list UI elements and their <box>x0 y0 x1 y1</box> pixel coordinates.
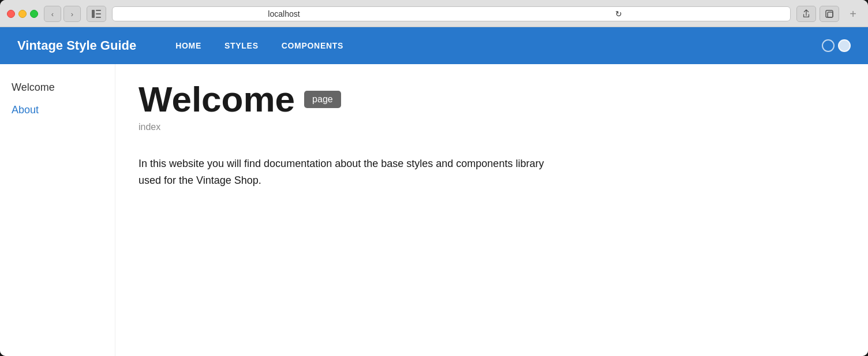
back-button[interactable]: ‹ <box>44 6 61 22</box>
svg-rect-0 <box>92 10 95 18</box>
close-button[interactable] <box>7 10 15 18</box>
toggle-circle-right[interactable] <box>838 39 851 52</box>
page-description: In this website you will find documentat… <box>139 155 554 189</box>
website: Vintage Style Guide HOME STYLES COMPONEN… <box>0 27 868 356</box>
browser-actions <box>796 6 839 22</box>
sidebar-toggle-button[interactable] <box>87 6 106 22</box>
theme-toggle-group[interactable] <box>822 39 851 52</box>
minimize-button[interactable] <box>18 10 27 18</box>
nav-link-styles[interactable]: STYLES <box>220 39 263 53</box>
share-button[interactable] <box>796 6 816 22</box>
svg-rect-5 <box>828 12 833 17</box>
main-content: Welcome page index In this website you w… <box>115 64 868 356</box>
sidebar-item-about-label: About <box>12 104 39 116</box>
new-tab-icon: + <box>850 8 856 21</box>
site-navigation: Vintage Style Guide HOME STYLES COMPONEN… <box>0 27 868 64</box>
browser-window: ‹ › localhost ↻ <box>0 0 868 356</box>
page-heading: Welcome <box>139 81 295 117</box>
browser-chrome: ‹ › localhost ↻ <box>0 0 868 27</box>
share-icon <box>802 9 810 18</box>
sidebar-item-welcome-label: Welcome <box>12 81 55 93</box>
url-text: localhost <box>118 9 450 18</box>
sidebar: Welcome About <box>0 64 115 356</box>
new-tab-button[interactable]: + <box>845 6 861 22</box>
svg-rect-2 <box>96 13 101 14</box>
address-bar[interactable]: localhost ↻ <box>112 6 791 21</box>
svg-rect-3 <box>96 17 101 18</box>
nav-link-components[interactable]: COMPONENTS <box>277 39 348 53</box>
site-brand[interactable]: Vintage Style Guide <box>17 38 136 53</box>
sidebar-toggle-icon <box>92 10 101 18</box>
forward-icon: › <box>71 10 73 18</box>
sidebar-item-welcome[interactable]: Welcome <box>12 81 103 94</box>
back-icon: ‹ <box>51 10 54 18</box>
sidebar-item-about[interactable]: About <box>12 104 103 116</box>
nav-buttons: ‹ › <box>44 6 81 22</box>
toggle-circle-left[interactable] <box>822 39 835 52</box>
svg-rect-4 <box>826 10 833 17</box>
maximize-button[interactable] <box>30 10 38 18</box>
nav-links: HOME STYLES COMPONENTS <box>171 39 822 53</box>
nav-link-home[interactable]: HOME <box>171 39 206 53</box>
traffic-lights <box>7 10 38 18</box>
refresh-button[interactable]: ↻ <box>453 9 784 18</box>
page-content: Welcome About Welcome page index In this… <box>0 64 868 356</box>
forward-button[interactable]: › <box>63 6 81 22</box>
page-heading-row: Welcome page <box>139 81 845 117</box>
tab-overview-icon <box>825 10 833 18</box>
svg-rect-1 <box>96 10 101 11</box>
tab-overview-button[interactable] <box>820 6 839 22</box>
page-index: index <box>139 122 845 132</box>
page-badge: page <box>304 91 341 108</box>
